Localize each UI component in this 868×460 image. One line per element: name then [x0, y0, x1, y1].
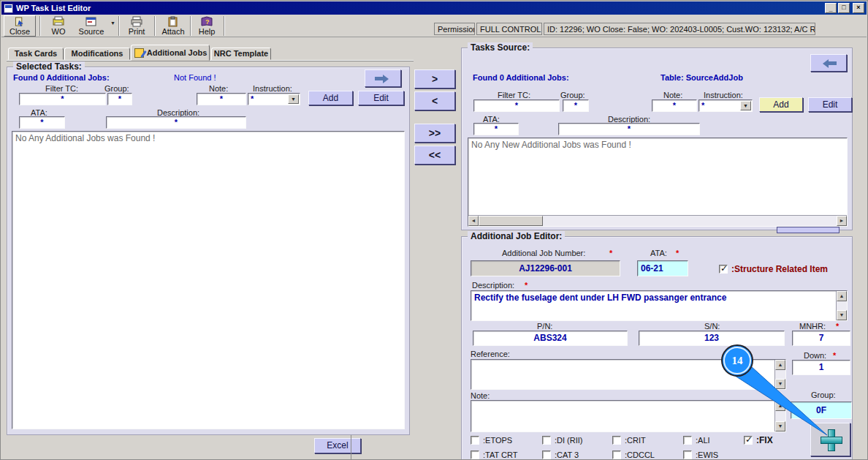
checkbox-ewis[interactable]: ✓ :EWIS	[683, 450, 718, 459]
edit-button[interactable]: Edit	[808, 97, 852, 112]
instruction-label: Instruction:	[253, 84, 292, 93]
scroll-up-icon[interactable]: ▲	[775, 401, 785, 411]
move-selected-right-button[interactable]: >	[414, 69, 455, 88]
svg-text:?: ?	[205, 18, 210, 26]
group-field[interactable]: 0F	[791, 401, 852, 419]
note-input[interactable]: *	[652, 99, 697, 112]
toolbar-close-button[interactable]: Close	[4, 15, 36, 37]
scroll-down-icon[interactable]: ▼	[775, 421, 785, 431]
empty-list-message: No Any New Additional Jobs was Found !	[471, 140, 631, 150]
close-window-button[interactable]: ×	[853, 3, 864, 13]
chevron-down-icon[interactable]: ▼	[740, 101, 751, 110]
ata-input[interactable]: *	[473, 123, 519, 135]
checkbox-icon: ✓	[471, 436, 479, 445]
scroll-right-icon[interactable]: ►	[837, 216, 847, 226]
additional-job-editor-panel: Additional Job Editor: Additional Job Nu…	[461, 236, 853, 460]
tasks-source-list[interactable]: No Any New Additional Jobs was Found ! ◄…	[468, 137, 848, 227]
source-dropdown-caret[interactable]: ▼	[110, 20, 115, 26]
sn-field[interactable]: 123	[639, 331, 785, 346]
instruction-select[interactable]: * ▼	[248, 93, 300, 105]
checkbox-cat-3[interactable]: ✓ :CAT 3	[542, 450, 579, 459]
restore-button[interactable]: □	[838, 3, 850, 13]
move-left-arrow-button[interactable]	[810, 54, 847, 72]
note-textarea[interactable]: ▲ ▼	[471, 400, 786, 432]
toolbar-help-button[interactable]: ? Help	[192, 15, 221, 37]
vertical-scrollbar[interactable]: ▲ ▼	[774, 401, 785, 431]
description-input[interactable]: *	[106, 116, 246, 129]
move-all-right-button[interactable]: >>	[414, 124, 455, 143]
move-all-left-button[interactable]: <<	[414, 146, 455, 165]
checkbox-icon: ✓	[719, 265, 728, 274]
horizontal-scrollbar[interactable]: ◄ ►	[468, 215, 847, 226]
toolbar-attach-button[interactable]: Attach	[157, 15, 189, 37]
scrollbar-thumb[interactable]	[479, 216, 543, 226]
group-input[interactable]: *	[563, 99, 589, 112]
attach-clipboard-icon	[167, 16, 180, 27]
vertical-scrollbar[interactable]: ▲ ▼	[836, 291, 847, 320]
scroll-down-icon[interactable]: ▼	[775, 379, 785, 389]
checkbox-ali[interactable]: ✓ :ALI	[683, 436, 710, 445]
tab-modifications[interactable]: Modifications	[64, 48, 130, 60]
down-field[interactable]: 1	[792, 360, 850, 375]
checkbox-fix[interactable]: ✓ :FIX	[744, 435, 773, 445]
arrow-right-icon	[375, 75, 391, 83]
excel-button[interactable]: Excel	[314, 438, 361, 453]
checkbox-crit[interactable]: ✓ :CRIT	[612, 436, 646, 445]
ata-field[interactable]: 06-21	[637, 260, 688, 276]
scroll-up-icon[interactable]: ▲	[775, 360, 785, 370]
filter-tc-input[interactable]: *	[19, 93, 106, 105]
move-selected-left-button[interactable]: <	[414, 91, 455, 110]
checkbox-cdccl[interactable]: ✓ :CDCCL	[612, 450, 655, 459]
chevron-down-icon[interactable]: ▼	[288, 94, 299, 104]
checkbox-icon: ✓	[542, 436, 551, 445]
ata-label: ATA:	[650, 249, 667, 257]
scroll-left-icon[interactable]: ◄	[468, 216, 479, 226]
add-job-plus-button[interactable]	[810, 423, 850, 456]
source-table-name: Table: SourceAddJob	[660, 73, 743, 82]
pn-label: P/N:	[537, 322, 552, 331]
add-button[interactable]: Add	[308, 91, 353, 105]
ata-input[interactable]: *	[19, 116, 65, 129]
instruction-select[interactable]: * ▼	[698, 99, 753, 112]
sn-label: S/N:	[704, 322, 720, 331]
vertical-scrollbar[interactable]: ▲ ▼	[774, 360, 785, 389]
pn-field[interactable]: ABS324	[473, 331, 628, 346]
structure-related-checkbox[interactable]: ✓ :Structure Related Item	[719, 264, 828, 274]
hidden-button-edge[interactable]	[777, 227, 840, 233]
selected-tasks-list[interactable]: No Any Additional Jobs was Found !	[12, 131, 405, 429]
description-input[interactable]: *	[558, 123, 700, 135]
checkbox-etops[interactable]: ✓ :ETOPS	[471, 436, 512, 445]
reference-label: Reference:	[471, 350, 510, 358]
filter-tc-label: Filter TC:	[498, 91, 530, 99]
checkbox-tat-crt[interactable]: ✓ :TAT CRT	[471, 450, 517, 459]
toolbar-wo-button[interactable]: WO	[44, 15, 73, 37]
printer-icon	[130, 16, 143, 27]
filter-tc-input[interactable]: *	[473, 99, 560, 112]
edit-button[interactable]: Edit	[358, 91, 404, 105]
checkbox-di-rii[interactable]: ✓ :DI (RII)	[542, 436, 583, 445]
toolbar-source-button[interactable]: Source	[75, 15, 108, 37]
toolbar-separator	[224, 16, 225, 36]
panel-divider	[351, 435, 351, 460]
minimize-button[interactable]: _	[825, 3, 837, 13]
tab-task-cards[interactable]: Task Cards	[8, 48, 64, 60]
checkbox-icon: ✓	[612, 450, 621, 459]
scroll-down-icon[interactable]: ▼	[837, 310, 847, 320]
note-pencil-icon	[134, 48, 144, 58]
note-input[interactable]: *	[197, 93, 246, 105]
app-icon	[4, 4, 13, 13]
tab-nrc-template[interactable]: NRC Template	[211, 48, 271, 60]
editor-title: Additional Job Editor:	[468, 231, 565, 241]
description-textarea[interactable]: Rectify the fuselage dent under LH FWD p…	[471, 290, 848, 321]
selected-not-found: Not Found !	[174, 73, 216, 82]
reference-textarea[interactable]: ▲ ▼	[471, 359, 786, 390]
required-marker: *	[609, 249, 612, 257]
group-input[interactable]: *	[107, 93, 132, 105]
scroll-up-icon[interactable]: ▲	[837, 291, 847, 301]
add-button[interactable]: Add	[759, 97, 803, 112]
tab-additional-jobs[interactable]: Additional Jobs	[131, 45, 210, 61]
mnhr-field[interactable]: 7	[792, 331, 850, 346]
move-right-arrow-button[interactable]	[365, 69, 401, 87]
toolbar-print-button[interactable]: Print	[121, 15, 152, 37]
note-label: Note:	[209, 84, 228, 93]
